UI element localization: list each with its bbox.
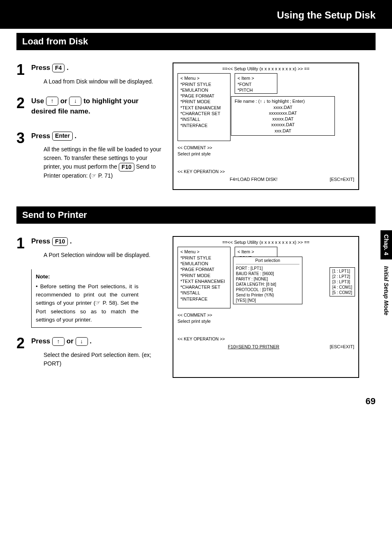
keyop-left: F10=SEND TO PRITNER: [228, 344, 279, 350]
port-list: PORT : [LPT1]BAUD RATE : [9600]PARITY : …: [236, 266, 300, 303]
step-a3: 3 Press Enter . All the settings in the …: [16, 131, 164, 181]
list-item: PRINT MODE: [180, 273, 228, 278]
list-item: PRINT STYLE: [180, 255, 228, 261]
tab-mode: Initial Setup Mode: [380, 262, 392, 320]
step-text: Press: [31, 237, 50, 245]
comment-text: Select print style: [178, 318, 354, 324]
note-body: • Before setting the Port selections, it…: [36, 282, 138, 324]
note-box: Note: • Before setting the Port selectio…: [31, 269, 142, 328]
step-desc: A Load from Disk window will be displaye…: [44, 77, 164, 86]
list-item: TEXT ENHANCEM: [180, 105, 228, 111]
menu-label: < Menu >: [180, 75, 228, 81]
list-item: PITCH: [238, 87, 274, 93]
options-list: [1 : LPT1][2 : LPT2][3 : LPT3][4 : COM1]…: [332, 269, 352, 295]
item-label: < Item >: [238, 75, 274, 81]
list-item: BAUD RATE : [9600]: [236, 271, 300, 276]
up-arrow-icon: ↑: [52, 337, 65, 346]
list-item: CHARACTER SET: [180, 111, 228, 116]
item-box: < Item > FONTPITCH: [235, 73, 277, 94]
side-tabs: Chap. 4 Initial Setup Mode: [380, 230, 392, 319]
menu-label: < Menu >: [180, 249, 228, 255]
file-header: File name : (↑ ↓ to highlight ; Enter): [235, 98, 331, 104]
keyop-left: F4=LOAD FROM DISK!: [230, 176, 277, 182]
port-selection-box: Port selection PORT : [LPT1]BAUD RATE : …: [233, 257, 302, 304]
page-number: 69: [366, 396, 376, 407]
list-item: INSTALL: [180, 116, 228, 122]
list-item: xxxx.DAT: [235, 104, 331, 110]
up-arrow-icon: ↑: [46, 97, 58, 106]
list-item: Send to Printer (Y/N): [236, 292, 300, 298]
list-item: PRINT STYLE: [180, 81, 228, 87]
file-list: xxxx.DATxxxxxxxx.DATxxxxx.DATxxxxxx.DATx…: [235, 104, 331, 134]
step-a1: 1 Press F4 . A Load from Disk window wil…: [16, 63, 164, 86]
list-item: xxxxxx.DAT: [235, 122, 331, 127]
list-item: [2 : LPT2]: [332, 274, 352, 279]
step-text: Use: [31, 97, 44, 105]
list-item: TEXT ENHANCEMEI: [180, 278, 228, 284]
step-text: Press: [31, 132, 50, 140]
file-list-box: File name : (↑ ↓ to highlight ; Enter) x…: [231, 96, 335, 136]
header-bar: Using the Setup Disk: [0, 0, 392, 29]
menu-list: PRINT STYLEEMULATIONPAGE FORMATPRINT MOD…: [180, 255, 228, 302]
list-item: [4 : COM1]: [332, 285, 352, 290]
screen-title: ==<< Setup Utility (x x x x x x x x x x)…: [178, 239, 354, 245]
step-text: Press: [31, 64, 50, 72]
list-item: PRINT MODE: [180, 99, 228, 104]
section-send-to-printer-title: Send to Printer: [16, 206, 376, 224]
tab-chapter: Chap. 4: [380, 230, 392, 259]
step-text: Press: [31, 337, 50, 345]
down-arrow-icon: ↓: [76, 337, 88, 346]
list-item: INTERFACE: [180, 296, 228, 302]
menu-box: < Menu > PRINT STYLEEMULATIONPAGE FORMAT…: [178, 73, 231, 141]
step-a2: 2 Use ↑ or ↓ to highlight your desired f…: [16, 96, 164, 121]
comment-head: << COMMENT >>: [178, 313, 354, 318]
step-number: 1: [16, 236, 31, 251]
list-item: INTERFACE: [180, 123, 228, 128]
menu-box: < Menu > PRINT STYLEEMULATIONPAGE FORMAT…: [178, 247, 231, 308]
down-arrow-icon: ↓: [69, 97, 81, 106]
keyop-right: [ESC=EXIT]: [330, 176, 354, 182]
list-item: PARITY : [NONE]: [236, 276, 300, 282]
comment-head: << COMMENT >>: [178, 145, 354, 151]
list-item: PROTOCOL : [DTR]: [236, 287, 300, 292]
list-item: [1 : LPT1]: [332, 269, 352, 274]
keyop-head: << KEY OPERATION >>: [178, 336, 354, 342]
step-desc: A Port Selection window will be displaye…: [44, 251, 164, 259]
step-b1: 1 Press F10 . A Port Selection window wi…: [16, 236, 164, 259]
key-f4: F4: [52, 64, 65, 73]
step-text: .: [75, 132, 77, 140]
list-item: xxxxx.DAT: [235, 116, 331, 122]
step-text: .: [70, 237, 72, 245]
item-label: < Item >: [238, 249, 274, 255]
port-options-box: [1 : LPT1][2 : LPT2][3 : LPT3][4 : COM1]…: [330, 267, 355, 296]
list-item: DATA LENGTH: [8 bit]: [236, 282, 300, 287]
list-item: xxxxxxxx.DAT: [235, 110, 331, 116]
header-title: Using the Setup Disk: [277, 9, 376, 21]
list-item: [5 : COM2]: [332, 290, 352, 295]
list-item: PAGE FORMAT: [180, 266, 228, 272]
port-title: Port selection: [236, 258, 300, 263]
comment-text: Select print style: [178, 151, 354, 157]
list-item: xxx.DAT: [235, 128, 331, 134]
item-list: FONTPITCH: [238, 81, 274, 93]
key-f10: F10: [52, 237, 68, 246]
keyop-right: [ESC=EXIT]: [330, 344, 354, 350]
key-enter: Enter: [52, 132, 73, 141]
step-b2: 2 Press ↑ or ↓ . Select the desired Port…: [16, 336, 164, 368]
list-item: [3 : LPT3]: [332, 279, 352, 285]
key-f10: F10: [119, 163, 134, 172]
screenshot-load-from-disk: ==<< Setup Utility (x x x x x x x x x x)…: [173, 63, 359, 190]
step-number: 1: [16, 63, 31, 77]
screenshot-send-to-printer: ==<< Setup Utility (x x x x x x x x x x)…: [173, 236, 359, 378]
step-text: .: [90, 337, 92, 345]
list-item: CHARACTER SET: [180, 284, 228, 290]
list-item: PORT : [LPT1]: [236, 266, 300, 271]
keyop-head: << KEY OPERATION >>: [178, 169, 354, 175]
step-number: 2: [16, 336, 31, 351]
note-title: Note:: [36, 273, 138, 281]
step-desc: Select the desired Port selection item. …: [44, 351, 164, 368]
list-item: FONT: [238, 81, 274, 87]
list-item: PAGE FORMAT: [180, 93, 228, 99]
screen-title: ==<< Setup Utility (x x x x x x x x x x)…: [178, 66, 354, 72]
step-number: 2: [16, 96, 31, 111]
